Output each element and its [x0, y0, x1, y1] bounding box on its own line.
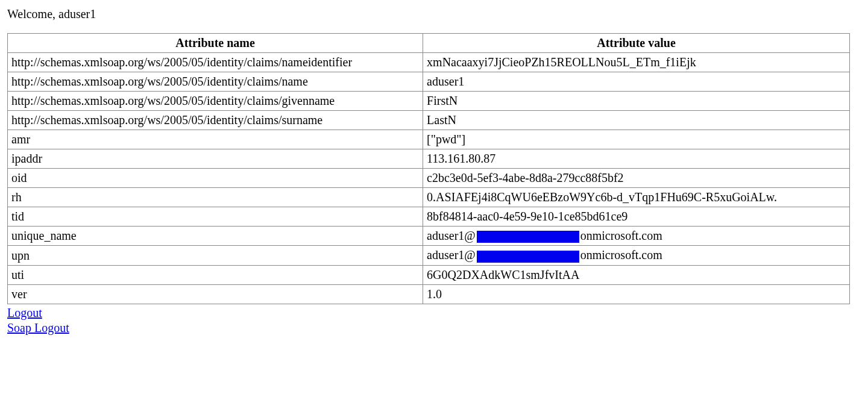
attribute-name-cell: tid	[8, 207, 423, 227]
redaction-block	[477, 251, 579, 263]
table-row: amr["pwd"]	[8, 130, 850, 149]
logout-link[interactable]: Logout	[7, 306, 42, 319]
table-row: upnaduser1@onmicrosoft.com	[8, 246, 850, 265]
attribute-name-cell: upn	[8, 246, 423, 265]
value-suffix: onmicrosoft.com	[580, 248, 662, 261]
table-row: ipaddr113.161.80.87	[8, 149, 850, 169]
attribute-name-cell: uti	[8, 265, 423, 284]
attribute-value-cell: 0.ASIAFEj4i8CqWU6eEBzoW9Yc6b-d_vTqp1FHu6…	[423, 188, 850, 207]
attribute-value-cell: xmNacaaxyi7JjCieoPZh15REOLLNou5L_ETm_f1i…	[423, 53, 850, 72]
attribute-name-cell: http://schemas.xmlsoap.org/ws/2005/05/id…	[8, 53, 423, 72]
attribute-value-cell: 113.161.80.87	[423, 149, 850, 169]
header-attribute-value: Attribute value	[423, 34, 850, 53]
attribute-name-cell: ipaddr	[8, 149, 423, 169]
value-suffix: onmicrosoft.com	[580, 229, 662, 242]
welcome-message: Welcome, aduser1	[7, 7, 861, 21]
attribute-value-cell: aduser1	[423, 72, 850, 92]
attribute-value-cell: aduser1@onmicrosoft.com	[423, 246, 850, 265]
attribute-name-cell: http://schemas.xmlsoap.org/ws/2005/05/id…	[8, 72, 423, 92]
attribute-value-cell: aduser1@onmicrosoft.com	[423, 227, 850, 246]
value-prefix: aduser1@	[427, 248, 476, 261]
attributes-table: Attribute name Attribute value http://sc…	[7, 33, 850, 304]
table-row: oidc2bc3e0d-5ef3-4abe-8d8a-279cc88f5bf2	[8, 169, 850, 188]
table-row: http://schemas.xmlsoap.org/ws/2005/05/id…	[8, 111, 850, 130]
header-attribute-name: Attribute name	[8, 34, 423, 53]
table-row: ver1.0	[8, 284, 850, 304]
attribute-name-cell: oid	[8, 169, 423, 188]
table-row: unique_nameaduser1@onmicrosoft.com	[8, 227, 850, 246]
attribute-name-cell: http://schemas.xmlsoap.org/ws/2005/05/id…	[8, 111, 423, 130]
attribute-name-cell: rh	[8, 188, 423, 207]
redaction-block	[477, 231, 579, 243]
table-row: http://schemas.xmlsoap.org/ws/2005/05/id…	[8, 53, 850, 72]
value-prefix: aduser1@	[427, 229, 476, 242]
attribute-value-cell: 6G0Q2DXAdkWC1smJfvItAA	[423, 265, 850, 284]
attribute-name-cell: http://schemas.xmlsoap.org/ws/2005/05/id…	[8, 92, 423, 111]
attribute-value-cell: LastN	[423, 111, 850, 130]
table-header-row: Attribute name Attribute value	[8, 34, 850, 53]
attribute-name-cell: unique_name	[8, 227, 423, 246]
table-row: rh0.ASIAFEj4i8CqWU6eEBzoW9Yc6b-d_vTqp1FH…	[8, 188, 850, 207]
attribute-name-cell: ver	[8, 284, 423, 304]
table-row: uti6G0Q2DXAdkWC1smJfvItAA	[8, 265, 850, 284]
table-row: tid8bf84814-aac0-4e59-9e10-1ce85bd61ce9	[8, 207, 850, 227]
links-section: Logout Soap Logout	[7, 305, 861, 336]
soap-logout-link[interactable]: Soap Logout	[7, 321, 69, 334]
attribute-value-cell: FirstN	[423, 92, 850, 111]
attribute-value-cell: c2bc3e0d-5ef3-4abe-8d8a-279cc88f5bf2	[423, 169, 850, 188]
table-row: http://schemas.xmlsoap.org/ws/2005/05/id…	[8, 72, 850, 92]
attribute-value-cell: 8bf84814-aac0-4e59-9e10-1ce85bd61ce9	[423, 207, 850, 227]
attribute-value-cell: 1.0	[423, 284, 850, 304]
attribute-name-cell: amr	[8, 130, 423, 149]
table-row: http://schemas.xmlsoap.org/ws/2005/05/id…	[8, 92, 850, 111]
attribute-value-cell: ["pwd"]	[423, 130, 850, 149]
